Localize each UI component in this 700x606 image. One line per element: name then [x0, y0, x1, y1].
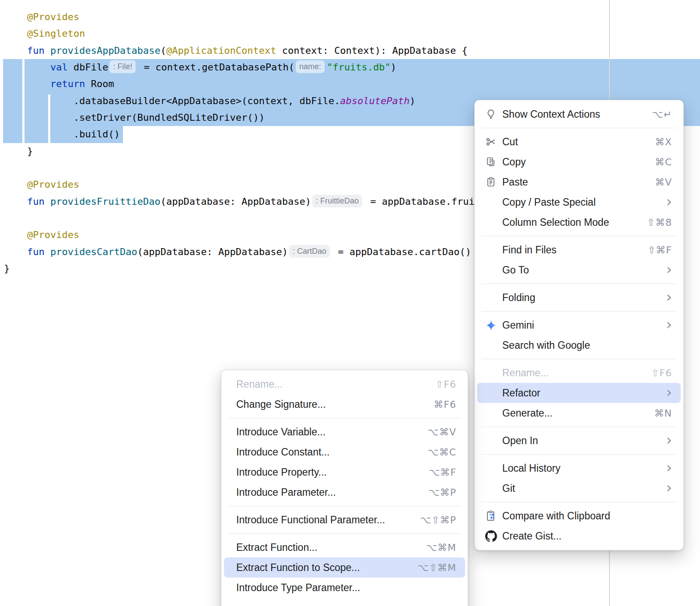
shortcut-hint: ⌥⌘M: [426, 542, 456, 553]
menu-item-find-in-files[interactable]: Find in Files⇧⌘F: [477, 240, 681, 260]
chevron-right-icon: ›: [666, 197, 672, 206]
code-segment: [4, 78, 50, 89]
menu-separator: [482, 284, 676, 284]
menu-item-copy[interactable]: Copy⌘C: [477, 152, 681, 172]
code-segment: providesFruittieDao: [50, 196, 161, 207]
code-segment: absolutePath: [340, 95, 410, 106]
code-segment: context: Context): AppDatabase {: [276, 45, 468, 56]
menu-item-introduce-variable[interactable]: Introduce Variable...⌥⌘V: [224, 422, 465, 442]
menu-item-introduce-functional-parameter[interactable]: Introduce Functional Parameter...⌥⇧⌘P: [224, 510, 465, 530]
code-segment: }: [4, 146, 33, 157]
code-segment: (appDatabase: AppDatabase): [137, 246, 288, 257]
menu-item-refactor[interactable]: Refactor›: [477, 383, 681, 403]
menu-item-label: Find in Files: [502, 244, 556, 256]
shortcut-hint: ⌘X: [655, 137, 672, 147]
menu-item-label: Copy: [502, 156, 526, 168]
menu-item-label: Folding: [502, 292, 535, 304]
menu-item-create-gist[interactable]: Create Gist...: [477, 526, 681, 546]
code-segment: dbFile: [74, 62, 108, 73]
menu-item-label: Introduce Parameter...: [236, 487, 336, 498]
menu-item-change-signature[interactable]: Change Signature...⌘F6: [224, 394, 465, 414]
menu-item-label: Go To: [502, 264, 529, 276]
code-segment: providesCartDao: [50, 246, 137, 257]
github-icon: [485, 530, 502, 542]
menu-item-label: Rename...: [502, 367, 549, 379]
menu-item-git[interactable]: Git›: [477, 478, 681, 498]
code-line: .build(): [4, 126, 527, 143]
icon-spacer: [485, 407, 502, 419]
menu-item-compare-with-clipboard[interactable]: Compare with Clipboard: [477, 506, 681, 526]
code-segment: [4, 196, 27, 207]
shortcut-hint: ⌘C: [655, 157, 672, 168]
code-line: return Room: [4, 76, 527, 92]
menu-item-label: Copy / Paste Special: [502, 196, 596, 208]
menu-item-label: Introduce Constant...: [236, 446, 330, 458]
menu-item-label: Introduce Type Parameter...: [236, 582, 360, 594]
menu-item-extract-function-to-scope[interactable]: Extract Function to Scope...⌥⇧⌘M: [224, 557, 465, 578]
icon-spacer: [485, 435, 502, 446]
menu-separator: [482, 311, 676, 312]
menu-separator: [482, 427, 676, 427]
menu-item-label: Git: [502, 483, 515, 494]
menu-item-cut[interactable]: Cut⌘X: [477, 132, 681, 152]
chevron-right-icon: ›: [666, 265, 672, 273]
menu-item-label: Paste: [502, 176, 528, 188]
code-line: @Singleton: [4, 25, 527, 42]
menu-item-label: Introduce Variable...: [236, 426, 326, 438]
icon-spacer: [485, 340, 502, 351]
menu-item-search-with-google[interactable]: Search with Google: [477, 335, 681, 355]
menu-item-go-to[interactable]: Go To›: [477, 260, 681, 280]
menu-item-label: Extract Function...: [236, 542, 317, 553]
code-segment: providesAppDatabase: [50, 45, 161, 56]
icon-spacer: [485, 217, 502, 228]
code-line: @Provides: [4, 9, 527, 25]
chevron-right-icon: ›: [666, 388, 672, 396]
gemini-icon: [485, 319, 502, 331]
menu-item-introduce-parameter[interactable]: Introduce Parameter...⌥⌘P: [224, 482, 465, 502]
code-segment: .setDriver(BundledSQLiteDriver()): [4, 112, 265, 123]
code-line: [4, 210, 527, 227]
menu-separator: [482, 128, 676, 128]
menu-item-rename: Rename...⇧F6: [224, 374, 465, 394]
menu-item-label: Local History: [502, 462, 560, 474]
lightbulb-icon: [485, 109, 502, 120]
inlay-hint: : File!: [109, 60, 136, 73]
menu-item-paste[interactable]: Paste⌘V: [477, 172, 681, 192]
menu-item-label: Compare with Clipboard: [502, 510, 610, 522]
menu-item-local-history[interactable]: Local History›: [477, 458, 681, 478]
icon-spacer: [485, 387, 502, 399]
icon-spacer: [485, 292, 502, 303]
menu-item-generate[interactable]: Generate...⌘N: [477, 403, 681, 423]
scissors-icon: [485, 136, 502, 147]
menu-item-label: Rename...: [236, 378, 283, 390]
chevron-right-icon: ›: [666, 463, 672, 472]
icon-spacer: [485, 483, 502, 494]
menu-item-extract-function[interactable]: Extract Function...⌥⌘M: [224, 537, 465, 557]
menu-item-copy-paste-special[interactable]: Copy / Paste Special›: [477, 192, 681, 212]
inlay-hint: : FruittieDao: [312, 195, 362, 207]
code-segment: fun: [27, 246, 50, 257]
menu-item-introduce-type-parameter[interactable]: Introduce Type Parameter...: [224, 578, 465, 598]
menu-item-label: Change Signature...: [236, 399, 326, 410]
menu-item-show-context-actions[interactable]: Show Context Actions⌥↵: [477, 104, 681, 124]
chevron-right-icon: ›: [666, 483, 672, 492]
code-segment: = context.getDatabasePath(: [138, 62, 294, 73]
shortcut-hint: ⌥⌘V: [428, 427, 456, 438]
menu-item-open-in[interactable]: Open In›: [477, 431, 681, 451]
shortcut-hint: ⇧⌘F: [648, 245, 672, 256]
menu-item-folding[interactable]: Folding›: [477, 287, 681, 308]
menu-item-label: Introduce Property...: [236, 466, 327, 478]
icon-spacer: [485, 196, 502, 208]
menu-item-column-selection-mode[interactable]: Column Selection Mode⇧⌘8: [477, 212, 681, 232]
menu-separator: [482, 454, 676, 455]
menu-item-introduce-property[interactable]: Introduce Property...⌥⌘F: [224, 462, 465, 482]
menu-item-introduce-constant[interactable]: Introduce Constant...⌥⌘C: [224, 442, 465, 462]
menu-separator: [482, 359, 676, 359]
code-segment: (: [161, 45, 166, 56]
chevron-right-icon: ›: [666, 292, 672, 301]
code-segment: @Provides: [4, 11, 79, 22]
menu-item-label: Create Gist...: [502, 530, 561, 542]
inlay-hint: : CartDao: [289, 245, 330, 258]
code-segment: fun: [27, 45, 50, 56]
menu-item-gemini[interactable]: Gemini›: [477, 315, 681, 335]
